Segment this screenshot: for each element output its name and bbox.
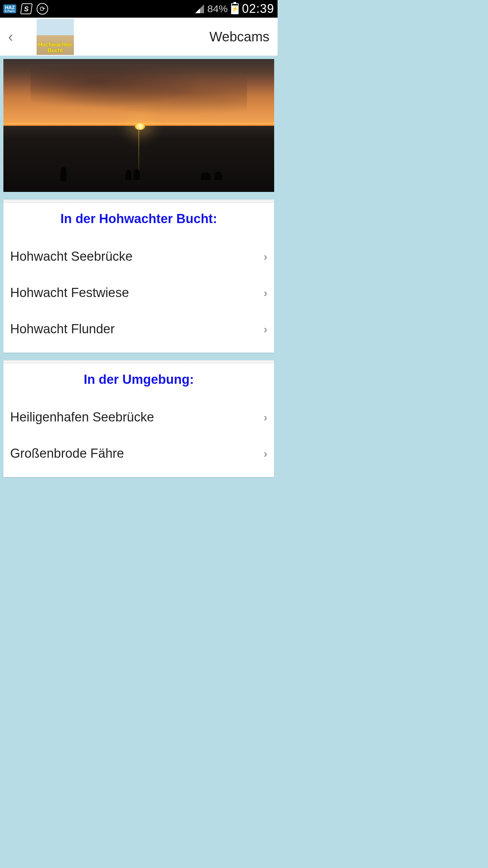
signal-icon xyxy=(195,4,204,13)
chevron-right-icon: › xyxy=(264,447,267,460)
list-item-label: Hohwacht Festwiese xyxy=(10,285,129,300)
status-left: HAZ E-Paper S ⟳ xyxy=(3,3,48,15)
card-divider xyxy=(3,199,274,203)
status-bar: HAZ E-Paper S ⟳ 84% ⚡ 02:39 xyxy=(0,0,278,18)
webcam-row-hohwacht-flunder[interactable]: Hohwacht Flunder › xyxy=(3,312,274,346)
list-item-label: Großenbrode Fähre xyxy=(10,446,124,461)
haz-epaper-icon: HAZ E-Paper xyxy=(3,4,16,13)
list-item-label: Hohwacht Seebrücke xyxy=(10,249,133,264)
section-title: In der Hohwachter Bucht: xyxy=(3,203,274,240)
chevron-right-icon: › xyxy=(264,322,267,336)
status-right: 84% ⚡ 02:39 xyxy=(195,2,274,16)
app-logo-text: Hochwachter Bucht xyxy=(38,42,72,54)
section-umgebung: In der Umgebung: Heiligenhafen Seebrücke… xyxy=(3,360,274,477)
s-app-icon: S xyxy=(20,3,33,14)
chevron-right-icon: › xyxy=(264,250,267,263)
webcam-row-hohwacht-seebruecke[interactable]: Hohwacht Seebrücke › xyxy=(3,240,274,273)
webcam-row-heiligenhafen-seebruecke[interactable]: Heiligenhafen Seebrücke › xyxy=(3,400,274,434)
hero-sunset-image xyxy=(3,59,274,192)
app-header: ‹ Hochwachter Bucht Webcams xyxy=(0,18,278,56)
section-title: In der Umgebung: xyxy=(3,363,274,400)
app-logo: Hochwachter Bucht xyxy=(37,19,74,55)
list-item-label: Hohwacht Flunder xyxy=(10,322,115,336)
content: In der Hohwachter Bucht: Hohwacht Seebrü… xyxy=(0,56,278,480)
page-title: Webcams xyxy=(209,29,269,44)
back-button[interactable]: ‹ xyxy=(8,28,13,45)
sync-icon: ⟳ xyxy=(37,3,48,15)
list-item-label: Heiligenhafen Seebrücke xyxy=(10,410,154,425)
battery-percent: 84% xyxy=(207,3,228,15)
section-hohwachter-bucht: In der Hohwachter Bucht: Hohwacht Seebrü… xyxy=(3,199,274,353)
webcam-row-grossenbrode-faehre[interactable]: Großenbrode Fähre › xyxy=(3,437,274,470)
chevron-right-icon: › xyxy=(264,411,267,424)
haz-sub: E-Paper xyxy=(5,10,15,13)
webcam-row-hohwacht-festwiese[interactable]: Hohwacht Festwiese › xyxy=(3,276,274,310)
clock: 02:39 xyxy=(242,2,274,16)
battery-charging-icon: ⚡ xyxy=(231,3,239,14)
chevron-right-icon: › xyxy=(264,286,267,299)
card-divider xyxy=(3,360,274,363)
